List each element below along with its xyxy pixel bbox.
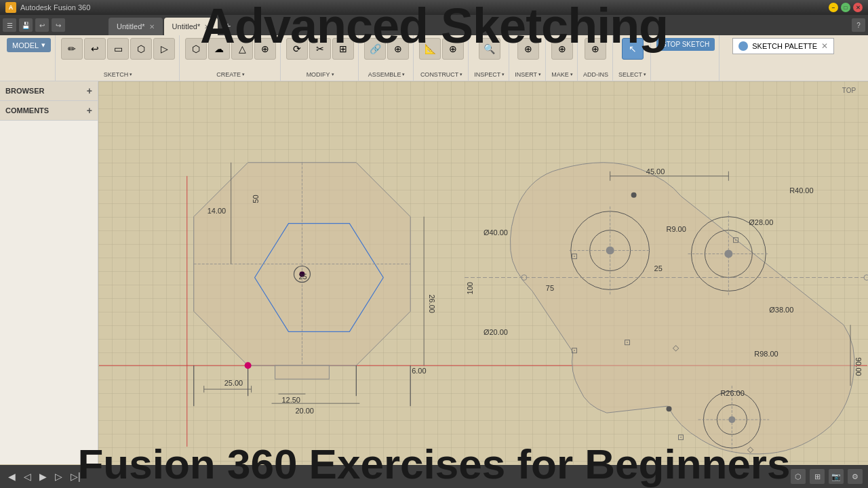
sketch-icon-2[interactable]: ↩	[84, 38, 106, 60]
bottom-tab	[275, 365, 330, 379]
dim-r40: R40.00	[789, 186, 813, 195]
nav-step-next-button[interactable]: ▷	[52, 470, 65, 483]
dim-75: 75	[546, 284, 554, 292]
browser-header[interactable]: BROWSER +	[0, 81, 98, 101]
create-icon-3[interactable]: △	[231, 38, 253, 60]
construct-icons: 📐 ⊕	[419, 38, 464, 60]
select-icon-1[interactable]: ↖	[622, 38, 644, 60]
assemble-icon-2[interactable]: ⊕	[387, 38, 409, 60]
browser-label: BROWSER	[5, 87, 44, 95]
tab-bar: Untitled* ✕ Untitled* ✕ +	[108, 15, 237, 35]
modify-section: ⟳ ✂ ⊞ MODIFY ▾	[282, 35, 359, 81]
make-section: ⊕ MAKE ▾	[547, 35, 578, 81]
dim-d40-left: Ø40.00	[484, 228, 508, 237]
maximize-button[interactable]: □	[841, 3, 850, 12]
insert-icons: ⊕	[517, 38, 539, 60]
comments-label: COMMENTS	[5, 106, 49, 115]
browser-add-button[interactable]: +	[87, 85, 92, 96]
nav-play-button[interactable]: ▶	[37, 470, 50, 483]
construct-icon-1[interactable]: 📐	[419, 38, 441, 60]
nav-next-button[interactable]: ▷|	[68, 470, 83, 483]
construct-label[interactable]: CONSTRUCT ▾	[420, 71, 463, 78]
select-label[interactable]: SELECT ▾	[618, 71, 646, 78]
view-cube[interactable]: TOP	[835, 87, 863, 94]
sketch-icon-1[interactable]: ✏	[61, 38, 83, 60]
create-icon-4[interactable]: ⊕	[254, 38, 276, 60]
modify-icons: ⟳ ✂ ⊞	[286, 38, 354, 60]
constraint-3: ⊡	[571, 346, 578, 355]
insert-icon-1[interactable]: ⊕	[517, 38, 539, 60]
tab-add-button[interactable]: +	[219, 18, 236, 35]
grid-button[interactable]: ⊞	[810, 469, 825, 484]
select-section: ↖ SELECT ▾	[614, 35, 651, 81]
redo-button[interactable]: ↪	[52, 18, 65, 32]
create-icon-1[interactable]: ⬡	[185, 38, 207, 60]
addins-section: ⊕ ADD-INS	[579, 35, 613, 81]
constraint-6: ◇	[747, 445, 754, 454]
create-section: ⬡ ☁ △ ⊕ CREATE ▾	[181, 35, 281, 81]
sketch-palette-close[interactable]: ✕	[821, 41, 828, 51]
make-icon-1[interactable]: ⊕	[551, 38, 573, 60]
dim-d20: Ø20.00	[484, 328, 508, 336]
inspect-icon-1[interactable]: 🔍	[479, 38, 500, 60]
create-label[interactable]: CREATE ▾	[216, 71, 245, 78]
model-dropdown[interactable]: MODEL ▾	[7, 38, 51, 52]
sketch-drawing: 25.00 12.50 20.00 14.00 50 26.00 25 6.00	[98, 81, 868, 464]
sketch-icon-4[interactable]: ⬡	[130, 38, 152, 60]
tab-untitled-1[interactable]: Untitled* ✕	[108, 18, 163, 35]
model-dropdown-arrow: ▾	[41, 41, 45, 49]
nav-step-prev-button[interactable]: ◁	[21, 470, 34, 483]
construct-section: 📐 ⊕ CONSTRUCT ▾	[415, 35, 469, 81]
addins-icon-1[interactable]: ⊕	[585, 38, 606, 60]
sketch-palette-panel: SKETCH PALETTE ✕	[732, 38, 834, 54]
comments-header[interactable]: COMMENTS +	[0, 101, 98, 121]
sketch-icon-5[interactable]: ▷	[153, 38, 175, 60]
bottom-controls: ⬡ ⊞ 📷 ⚙	[791, 469, 863, 484]
assemble-icon-1[interactable]: 🔗	[364, 38, 386, 60]
constraint-7: ⊡	[732, 235, 739, 245]
tab-close-2[interactable]: ✕	[204, 23, 210, 30]
dim-14: 14.00	[208, 207, 226, 215]
constraint-2: ⊡	[624, 338, 631, 347]
assemble-label[interactable]: ASSEMBLE ▾	[368, 71, 406, 78]
modify-label[interactable]: MODIFY ▾	[307, 71, 334, 78]
model-label: MODEL	[12, 41, 39, 49]
undo-button[interactable]: ↩	[35, 18, 49, 32]
tab-close-1[interactable]: ✕	[149, 23, 155, 30]
dim-25-inner: 25	[298, 272, 307, 281]
boundary-dot-2	[667, 406, 672, 411]
inspect-label[interactable]: INSPECT ▾	[474, 71, 505, 78]
close-button[interactable]: ✕	[853, 3, 863, 12]
sketch-icon-3[interactable]: ▭	[107, 38, 129, 60]
main-toolbar: MODEL ▾ ✏ ↩ ▭ ⬡ ▷ SKETCH ▾ ⬡ ☁ △ ⊕ CREAT…	[0, 35, 868, 81]
capture-button[interactable]: 📷	[829, 469, 844, 484]
modify-icon-2[interactable]: ✂	[309, 38, 331, 60]
insert-label[interactable]: INSERT ▾	[515, 71, 541, 78]
tab-label-2: Untitled*	[172, 22, 201, 30]
settings-icon[interactable]: ⚙	[848, 469, 863, 484]
make-label[interactable]: MAKE ▾	[551, 71, 573, 78]
constraint-4: ◇	[673, 343, 679, 352]
app-menu-button[interactable]: ☰	[3, 18, 16, 32]
save-button[interactable]: 💾	[19, 18, 33, 32]
comments-add-button[interactable]: +	[87, 105, 92, 116]
minimize-button[interactable]: −	[829, 3, 838, 12]
make-icons: ⊕	[551, 38, 573, 60]
bottom-bar: ◀ ◁ ▶ ▷ ▷| ⬡ ⊞ 📷 ⚙	[0, 465, 868, 488]
modify-icon-1[interactable]: ⟳	[286, 38, 308, 60]
nav-prev-button[interactable]: ◀	[5, 470, 18, 483]
canvas-area[interactable]: TOP 25.00 12.50 20.0	[98, 81, 868, 464]
display-mode-button[interactable]: ⬡	[791, 469, 806, 484]
sketch-label[interactable]: SKETCH ▾	[104, 71, 133, 78]
construct-icon-2[interactable]: ⊕	[442, 38, 464, 60]
help-button[interactable]: ?	[852, 18, 865, 32]
create-icons: ⬡ ☁ △ ⊕	[185, 38, 276, 60]
modify-icon-3[interactable]: ⊞	[332, 38, 354, 60]
create-icon-2[interactable]: ☁	[208, 38, 230, 60]
palette-icon	[738, 41, 748, 51]
addins-label[interactable]: ADD-INS	[583, 71, 608, 78]
tab-untitled-2[interactable]: Untitled* ✕	[164, 18, 218, 35]
viewcube-label: TOP	[842, 87, 856, 94]
stop-sketch-button[interactable]: STOP SKETCH	[656, 38, 715, 51]
connecting-rod-outline	[510, 163, 854, 454]
